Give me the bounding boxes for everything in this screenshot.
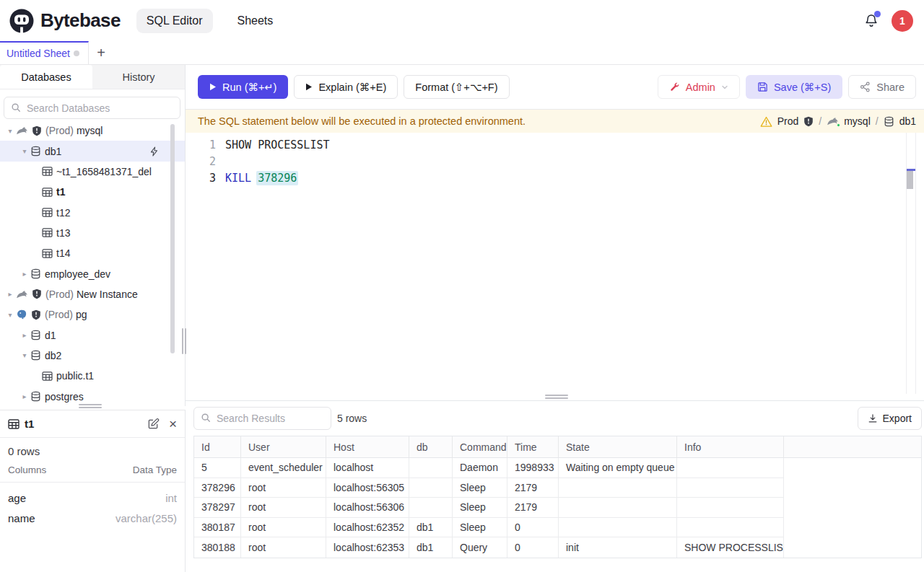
tree-item-db2[interactable]: ▾db2 bbox=[0, 346, 185, 366]
search-icon bbox=[11, 102, 21, 113]
table-cell: 380188 bbox=[194, 537, 241, 558]
chevron-right-icon[interactable]: ▸ bbox=[4, 290, 16, 298]
share-button[interactable]: Share bbox=[848, 75, 916, 99]
tree-item-d1[interactable]: ▸d1 bbox=[0, 325, 185, 345]
header-right: 1 bbox=[863, 0, 913, 41]
table-cell: event_scheduler bbox=[241, 458, 326, 478]
tree-item-postgres[interactable]: ▸postgres bbox=[0, 386, 185, 406]
tab-history[interactable]: History bbox=[92, 65, 185, 89]
table-row[interactable]: 380188rootlocalhost:62353db1Query0initSH… bbox=[194, 537, 921, 558]
unsaved-indicator-dot bbox=[74, 50, 79, 56]
search-results-input[interactable] bbox=[193, 407, 331, 430]
code-text: SHOW PROCESSLIST bbox=[225, 138, 330, 151]
shield-icon bbox=[31, 309, 41, 320]
tree-item--t1-1658481371-del[interactable]: ~t1_1658481371_del bbox=[0, 162, 185, 182]
tab-untitled-sheet[interactable]: Untitled Sheet bbox=[0, 41, 89, 64]
chevron-down-icon[interactable]: ▾ bbox=[4, 311, 16, 319]
panel-split-handle[interactable] bbox=[182, 328, 186, 354]
column-header-id[interactable]: Id bbox=[194, 436, 241, 458]
chevron-down-icon[interactable]: ▾ bbox=[19, 351, 30, 359]
sidebar-split-handle[interactable] bbox=[79, 404, 102, 408]
table-row[interactable]: 5event_schedulerlocalhostDaemon1998933Wa… bbox=[194, 458, 921, 478]
postgres-icon bbox=[16, 309, 27, 320]
table-row[interactable]: 380187rootlocalhost:62352db1Sleep0 bbox=[194, 518, 921, 538]
line-number: 2 bbox=[186, 155, 216, 168]
avatar[interactable]: 1 bbox=[892, 10, 913, 32]
button-label: Save (⌘+S) bbox=[774, 82, 831, 93]
chevron-down-icon[interactable]: ▾ bbox=[4, 127, 16, 135]
table-cell bbox=[409, 478, 453, 498]
run-button[interactable]: Run (⌘+↵) bbox=[198, 75, 288, 99]
line-number: 1 bbox=[186, 138, 216, 151]
table-row[interactable]: 378296rootlocalhost:56305Sleep2179 bbox=[194, 478, 921, 498]
database-icon bbox=[884, 116, 894, 127]
shield-icon bbox=[803, 116, 814, 127]
column-header-db[interactable]: db bbox=[409, 436, 453, 458]
connection-breadcrumb: Prod / mysql / db1 bbox=[760, 115, 916, 127]
table-cell: 0 bbox=[507, 518, 559, 538]
edit-icon[interactable] bbox=[147, 418, 160, 430]
tree-item-label: postgres bbox=[45, 391, 84, 402]
tree-item-pg[interactable]: ▾(Prod)pg bbox=[0, 304, 185, 325]
admin-button[interactable]: Admin bbox=[658, 75, 740, 99]
explain-button[interactable]: Explain (⌘+E) bbox=[294, 75, 398, 99]
close-icon[interactable]: × bbox=[169, 417, 177, 431]
column-header-info[interactable]: Info bbox=[677, 436, 784, 458]
chevron-right-icon[interactable]: ▸ bbox=[19, 270, 30, 278]
editor-scrollbar[interactable] bbox=[907, 171, 913, 189]
breadcrumb-database[interactable]: db1 bbox=[899, 115, 916, 127]
tab-databases[interactable]: Databases bbox=[0, 65, 92, 89]
search-databases-input[interactable] bbox=[4, 97, 180, 119]
tree-item-employee-dev[interactable]: ▸employee_dev bbox=[0, 263, 185, 283]
breadcrumb-environment[interactable]: Prod bbox=[777, 115, 799, 127]
tree-scrollbar[interactable] bbox=[170, 124, 175, 353]
tree-item-label: t12 bbox=[56, 207, 70, 219]
tree-item-t14[interactable]: t14 bbox=[0, 243, 185, 263]
column-header-command[interactable]: Command bbox=[453, 436, 507, 458]
table-icon bbox=[42, 371, 53, 381]
play-icon bbox=[209, 83, 217, 91]
tree-item-t1[interactable]: t1 bbox=[0, 182, 185, 202]
results-split-handle[interactable] bbox=[545, 395, 568, 399]
tree-item-t13[interactable]: t13 bbox=[0, 223, 185, 243]
export-button[interactable]: Export bbox=[858, 407, 922, 430]
table-icon bbox=[8, 419, 19, 429]
field-type: int bbox=[165, 492, 177, 504]
lightning-icon[interactable] bbox=[149, 146, 159, 157]
chevron-right-icon[interactable]: ▸ bbox=[19, 331, 30, 339]
tree-item-new-instance[interactable]: ▸(Prod)New Instance bbox=[0, 284, 185, 304]
tree-item-label: t14 bbox=[56, 247, 70, 259]
tree-item-mysql[interactable]: ▾(Prod)mysql bbox=[0, 120, 185, 141]
column-header-time[interactable]: Time bbox=[507, 436, 559, 458]
breadcrumb-instance[interactable]: mysql bbox=[844, 115, 871, 127]
table-cell bbox=[409, 498, 453, 518]
code-line[interactable]: 2 bbox=[186, 153, 924, 170]
table-cell: 0 bbox=[507, 537, 559, 558]
chevron-right-icon[interactable]: ▸ bbox=[19, 392, 30, 400]
column-header-user[interactable]: User bbox=[241, 436, 326, 458]
nav-sql-editor[interactable]: SQL Editor bbox=[136, 9, 213, 33]
format-button[interactable]: Format (⇧+⌥+F) bbox=[404, 75, 509, 99]
tree-item-t12[interactable]: t12 bbox=[0, 202, 185, 222]
table-cell bbox=[677, 458, 784, 478]
bell-icon[interactable] bbox=[863, 12, 880, 30]
code-line[interactable]: 1SHOW PROCESSLIST bbox=[186, 136, 924, 153]
database-icon bbox=[30, 350, 41, 361]
sql-editor[interactable]: 1SHOW PROCESSLIST23KILL 378296 bbox=[186, 133, 924, 395]
wrench-icon bbox=[669, 82, 680, 92]
table-cell-filler bbox=[784, 478, 921, 498]
environment-label: (Prod) bbox=[45, 289, 74, 300]
tree-item-public-t1[interactable]: public.t1 bbox=[0, 366, 185, 386]
environment-label: (Prod) bbox=[45, 125, 74, 136]
save-button[interactable]: Save (⌘+S) bbox=[746, 75, 842, 99]
table-row[interactable]: 378297rootlocalhost:56306Sleep2179 bbox=[194, 498, 921, 518]
code-line[interactable]: 3KILL 378296 bbox=[186, 170, 924, 186]
sidebar: Databases History ▾(Prod)mysql▾db1~t1_16… bbox=[0, 65, 186, 406]
new-sheet-button[interactable]: + bbox=[89, 41, 113, 64]
tree-item-db1[interactable]: ▾db1 bbox=[0, 141, 185, 161]
table-cell: root bbox=[241, 478, 326, 498]
column-header-host[interactable]: Host bbox=[326, 436, 409, 458]
chevron-down-icon[interactable]: ▾ bbox=[19, 147, 30, 155]
nav-sheets[interactable]: Sheets bbox=[227, 9, 284, 33]
column-header-state[interactable]: State bbox=[559, 436, 677, 458]
